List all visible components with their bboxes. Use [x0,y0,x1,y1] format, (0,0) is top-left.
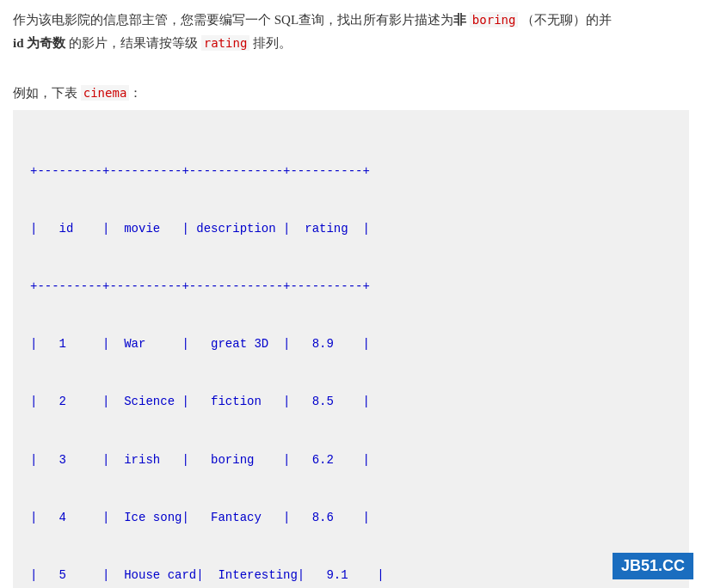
intro-text-1: 作为该电影院的信息部主管，您需要编写一个 SQL查询，找出所有影片描述为非 bo… [13,12,612,28]
cinema-row-5: | 5 | House card| Interesting| 9.1 | [30,566,672,585]
intro-bold-1: 非 [453,13,466,27]
cinema-row-3: | 3 | irish | boring | 6.2 | [30,450,672,469]
cinema-sep-top: +---------+----------+-------------+----… [30,162,672,181]
cinema-table-name: cinema [81,85,130,101]
watermark-badge: JB51.CC [613,553,693,579]
cinema-row-2: | 2 | Science | fiction | 8.5 | [30,392,672,411]
example-label-text: 例如，下表 cinema： [13,85,142,101]
cinema-header: | id | movie | description | rating | [30,219,672,238]
example-section-label: 例如，下表 cinema： [13,85,689,101]
cinema-sep-mid: +---------+----------+-------------+----… [30,277,672,296]
intro-bold-id: id 为奇数 [13,36,65,50]
cinema-table-container: +---------+----------+-------------+----… [13,110,689,588]
cinema-row-4: | 4 | Ice song| Fantacy | 8.6 | [30,508,672,527]
intro-text-2: id 为奇数 的影片，结果请按等级 rating 排列。 [13,35,292,51]
intro-code-boring: boring [470,12,519,28]
intro-paragraph: 作为该电影院的信息部主管，您需要编写一个 SQL查询，找出所有影片描述为非 bo… [13,9,689,55]
cinema-sql-table: +---------+----------+-------------+----… [30,123,672,588]
cinema-row-1: | 1 | War | great 3D | 8.9 | [30,334,672,353]
intro-code-rating: rating [201,35,250,51]
